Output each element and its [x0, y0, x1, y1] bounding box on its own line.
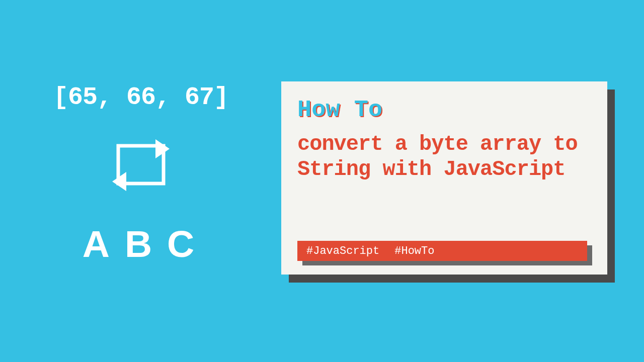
tag-item: #JavaScript — [306, 245, 379, 257]
card-overline: How To — [297, 97, 591, 123]
tags-bar: #JavaScript #HowTo — [297, 241, 587, 261]
convert-icon — [108, 137, 174, 197]
card-headline: convert a byte array to String with Java… — [297, 132, 591, 182]
title-card: How To convert a byte array to String wi… — [281, 81, 607, 275]
byte-array-text: [65, 66, 67] — [53, 83, 228, 112]
left-illustration: [65, 66, 67] ABC — [35, 83, 247, 265]
result-string-text: ABC — [83, 222, 210, 265]
tag-item: #HowTo — [394, 245, 434, 257]
